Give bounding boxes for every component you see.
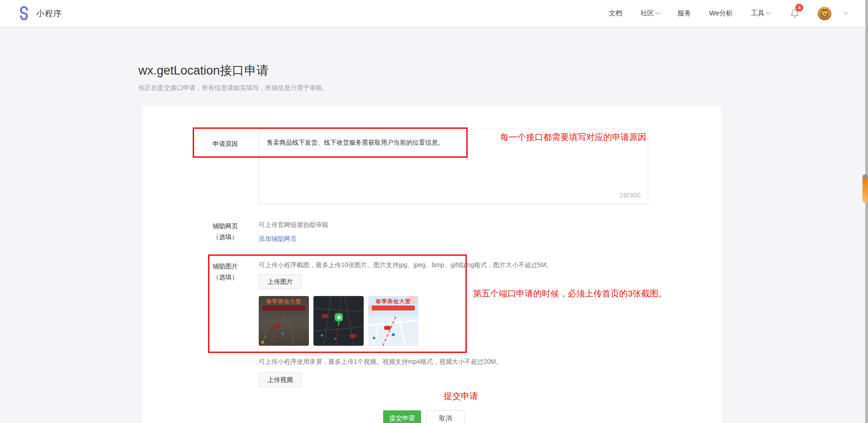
nav-label: We分析 xyxy=(709,9,733,18)
map-road xyxy=(287,318,294,345)
nav-label: 文档 xyxy=(609,9,622,18)
nav-item-docs[interactable]: 文档 xyxy=(609,9,622,18)
uploaded-image-list: 春季美妆大赏 ·· ·· ··· ·· ·· 春季 xyxy=(259,296,418,346)
aux-image-optional-text: （选填） xyxy=(193,272,238,282)
logo-label: 小程序 xyxy=(36,8,62,19)
map-dot xyxy=(392,333,395,336)
nav-item-services[interactable]: 服务 xyxy=(678,9,691,18)
annotation-submit-note: 提交申请 xyxy=(444,390,478,402)
promo-banner-text: 春季美妆大赏 xyxy=(368,298,418,306)
annotation-images-note: 第五个端口申请的时候，必须上传首页的3张截图。 xyxy=(473,288,667,300)
map-dot xyxy=(334,338,337,340)
map-road xyxy=(344,296,354,346)
map-poi-badge xyxy=(350,334,356,338)
map-dot xyxy=(261,341,264,344)
upload-video-button[interactable]: 上传视频 xyxy=(259,372,302,387)
add-aux-web-link[interactable]: 添加辅助网页 xyxy=(259,235,297,243)
top-navbar: 小程序 文档 社区 服务 We分析 工具 xyxy=(0,0,868,27)
cancel-button[interactable]: 取消 xyxy=(427,410,465,423)
miniprogram-logo-icon xyxy=(16,6,32,21)
aux-web-hint: 可上传官网链接协助审核 xyxy=(259,221,328,229)
nav-item-we-analytics[interactable]: We分析 xyxy=(709,9,733,18)
upload-image-button[interactable]: 上传图片 xyxy=(259,274,302,289)
map-road xyxy=(323,296,331,345)
page-subtitle: 你正在提交接口申请，所有信息请如实填写，所填信息只用于审核。 xyxy=(138,84,328,92)
submit-button[interactable]: 提交申请 xyxy=(383,410,421,423)
char-counter: 28/300 xyxy=(620,191,640,199)
nav-label: 社区 xyxy=(640,9,654,18)
nav-label: 工具 xyxy=(751,9,764,18)
location-pin-icon xyxy=(335,313,343,321)
promo-subbanner: ·· ·· ··· ·· ·· xyxy=(372,306,415,310)
map-dot xyxy=(281,332,284,335)
nav-label: 服务 xyxy=(678,9,691,18)
aux-web-optional-text: （选填） xyxy=(193,231,238,242)
aux-image-label-text: 辅助图片 xyxy=(193,261,238,272)
promo-banner-text: 春季美妆大赏 xyxy=(259,298,309,306)
location-pin-stem xyxy=(338,321,339,325)
map-route-line xyxy=(383,317,396,346)
reason-label: 申请原因 xyxy=(193,138,238,149)
aux-web-label: 辅助网页 （选填） xyxy=(193,221,238,242)
map-road xyxy=(313,326,364,332)
map-dot xyxy=(373,337,375,339)
aux-video-hint: 可上传小程序使用录屏，最多上传1个视频。视频支持mp4格式，视频大小不超过20M… xyxy=(259,358,502,366)
page-title: wx.getLocation接口申请 xyxy=(138,62,269,79)
scrollbar-thumb[interactable] xyxy=(863,174,868,202)
map-route-line xyxy=(270,314,286,346)
miniprogram-logo[interactable]: 小程序 xyxy=(16,6,62,21)
nav-item-community[interactable]: 社区 xyxy=(640,9,659,18)
notification-bell[interactable]: 4 xyxy=(790,8,800,19)
chevron-down-icon[interactable] xyxy=(844,10,848,15)
uploaded-image-thumbnail-1[interactable]: 春季美妆大赏 ·· ·· ··· ·· ·· xyxy=(259,296,309,346)
map-poi-badge xyxy=(274,324,280,328)
chevron-down-icon xyxy=(766,10,771,15)
map-road xyxy=(372,324,380,345)
map-poi-badge xyxy=(322,314,328,318)
header-nav: 文档 社区 服务 We分析 工具 4 xyxy=(609,7,868,20)
aux-web-label-text: 辅助网页 xyxy=(193,221,238,231)
page-root: 小程序 文档 社区 服务 We分析 工具 xyxy=(0,0,868,423)
map-dot xyxy=(264,336,266,338)
uploaded-image-thumbnail-2[interactable] xyxy=(313,296,364,346)
aux-image-label: 辅助图片 （选填） xyxy=(193,261,238,282)
map-dot xyxy=(321,334,323,337)
scrollbar-track[interactable] xyxy=(865,0,868,423)
notification-badge: 4 xyxy=(795,4,803,12)
annotation-reason-note: 每一个接口都需要填写对应的申请原因 xyxy=(500,132,646,143)
lion-avatar[interactable]: 🦁 xyxy=(818,7,831,20)
uploaded-image-thumbnail-3[interactable]: 春季美妆大赏 ·· ·· ··· ·· ·· xyxy=(368,296,418,346)
map-poi-badge xyxy=(384,326,391,330)
map-road xyxy=(398,320,406,345)
aux-image-hint: 可上传小程序截图，最多上传10张图片。图片支持jpg、jpeg、bmp、gif或… xyxy=(259,261,553,269)
nav-item-tools[interactable]: 工具 xyxy=(751,9,770,18)
promo-subbanner: ·· ·· ··· ·· ·· xyxy=(262,306,305,310)
chevron-down-icon xyxy=(655,10,660,15)
